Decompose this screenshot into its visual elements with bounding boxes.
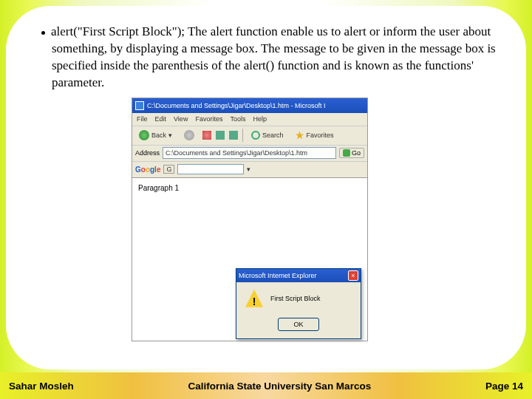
ok-button[interactable]: OK <box>278 318 319 331</box>
alert-title-text: Microsoft Internet Explorer <box>239 272 317 279</box>
back-button[interactable]: Back ▾ <box>135 128 176 143</box>
menu-file[interactable]: File <box>137 115 148 123</box>
footer-university: California State University San Marcos <box>74 381 485 392</box>
search-label: Search <box>262 132 284 139</box>
google-logo: Google <box>135 166 160 174</box>
go-button[interactable]: Go <box>339 148 364 158</box>
address-label: Address <box>135 149 160 157</box>
search-button[interactable]: Search <box>248 129 287 142</box>
favorites-label: Favorites <box>307 132 334 139</box>
ie-browser-screenshot: C:\Documents and Settings\Jigar\Desktop\… <box>132 98 368 341</box>
go-arrow-icon <box>343 149 350 157</box>
forward-arrow-icon <box>184 130 194 140</box>
toolbar-divider <box>242 129 243 142</box>
ie-toolbar: Back ▾ Search Favorites <box>132 126 367 146</box>
slide-frame: alert("First Script Block"); The alert f… <box>6 6 526 369</box>
alert-button-row: OK <box>236 315 361 338</box>
ie-menubar: File Edit View Favorites Tools Help <box>132 113 367 126</box>
bullet-dot <box>41 31 45 35</box>
alert-message: First Script Block <box>270 295 321 302</box>
alert-titlebar: Microsoft Internet Explorer × <box>236 269 361 282</box>
ie-google-toolbar: Google G ▾ <box>132 162 367 178</box>
alert-body: ! First Script Block <box>236 282 361 315</box>
back-arrow-icon <box>139 130 149 140</box>
page-paragraph: Paragraph 1 <box>138 184 361 192</box>
menu-tools[interactable]: Tools <box>230 115 245 123</box>
slide-footer: Sahar Mosleh California State University… <box>0 372 532 399</box>
ie-logo-icon <box>135 101 144 110</box>
google-dropdown[interactable]: G <box>163 165 174 174</box>
menu-help[interactable]: Help <box>253 115 267 123</box>
bullet-item: alert("First Script Block"); The alert f… <box>35 24 497 92</box>
footer-author: Sahar Mosleh <box>9 381 74 392</box>
star-icon <box>296 131 304 140</box>
menu-view[interactable]: View <box>174 115 188 123</box>
menu-edit[interactable]: Edit <box>155 115 167 123</box>
address-value: C:\Documents and Settings\Jigar\Desktop\… <box>166 149 307 157</box>
address-input[interactable]: C:\Documents and Settings\Jigar\Desktop\… <box>163 147 336 159</box>
ie-title-text: C:\Documents and Settings\Jigar\Desktop\… <box>147 102 326 109</box>
stop-icon[interactable] <box>202 131 211 140</box>
go-label: Go <box>352 149 361 157</box>
home-icon[interactable] <box>229 131 238 140</box>
footer-page: Page 14 <box>485 381 523 392</box>
menu-favorites[interactable]: Favorites <box>195 115 222 123</box>
ie-titlebar: C:\Documents and Settings\Jigar\Desktop\… <box>132 98 367 113</box>
refresh-icon[interactable] <box>216 131 225 140</box>
close-icon[interactable]: × <box>348 270 358 281</box>
bullet-code: alert("First Script Block"); <box>51 24 185 38</box>
google-dropdown-icon[interactable]: ▾ <box>247 166 250 173</box>
search-icon <box>251 131 260 140</box>
google-search-input[interactable] <box>177 164 244 174</box>
back-label: Back <box>151 132 166 139</box>
favorites-button[interactable]: Favorites <box>292 129 338 142</box>
forward-button[interactable] <box>180 128 198 143</box>
ie-addressbar: Address C:\Documents and Settings\Jigar\… <box>132 146 367 162</box>
alert-dialog: Microsoft Internet Explorer × ! First Sc… <box>236 268 361 339</box>
dropdown-icon: ▾ <box>168 132 172 139</box>
warning-icon: ! <box>245 290 263 307</box>
